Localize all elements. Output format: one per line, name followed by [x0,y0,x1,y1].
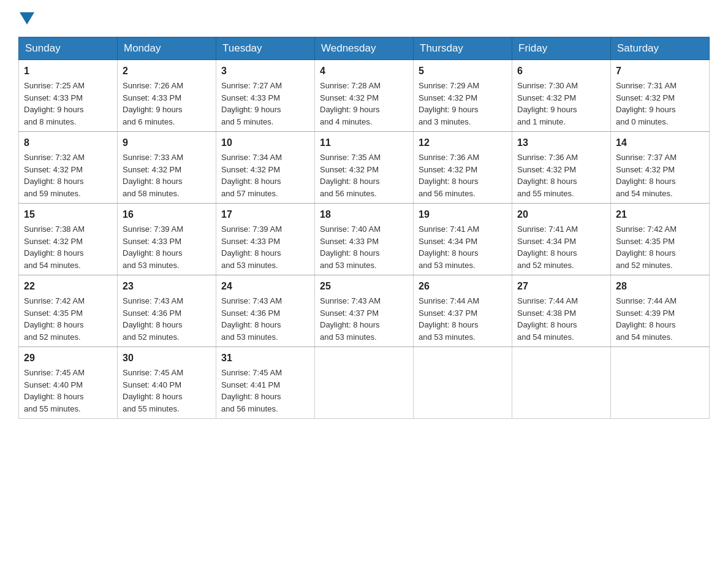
calendar-cell: 14Sunrise: 7:37 AMSunset: 4:32 PMDayligh… [611,132,710,204]
calendar-cell [611,347,710,419]
sunrise-text: Sunrise: 7:43 AMSunset: 4:36 PMDaylight:… [123,296,183,342]
sunrise-text: Sunrise: 7:35 AMSunset: 4:32 PMDaylight:… [320,153,381,198]
day-number: 31 [221,351,309,366]
sunrise-text: Sunrise: 7:45 AMSunset: 4:41 PMDaylight:… [221,368,282,413]
day-number: 28 [616,279,704,294]
calendar-cell: 16Sunrise: 7:39 AMSunset: 4:33 PMDayligh… [118,204,216,275]
day-number: 14 [616,136,704,150]
week-row-3: 15Sunrise: 7:38 AMSunset: 4:32 PMDayligh… [19,204,710,275]
sunrise-text: Sunrise: 7:44 AMSunset: 4:39 PMDaylight:… [616,296,677,342]
calendar-cell [414,347,512,419]
day-number: 29 [24,351,112,366]
sunrise-text: Sunrise: 7:42 AMSunset: 4:35 PMDaylight:… [616,224,677,270]
calendar-cell: 28Sunrise: 7:44 AMSunset: 4:39 PMDayligh… [611,275,710,347]
sunrise-text: Sunrise: 7:40 AMSunset: 4:33 PMDaylight:… [320,224,381,270]
calendar-cell: 17Sunrise: 7:39 AMSunset: 4:33 PMDayligh… [216,204,315,275]
calendar-cell: 29Sunrise: 7:45 AMSunset: 4:40 PMDayligh… [19,347,118,419]
calendar-cell: 24Sunrise: 7:43 AMSunset: 4:36 PMDayligh… [216,275,315,347]
day-number: 24 [221,279,309,294]
sunrise-text: Sunrise: 7:27 AMSunset: 4:33 PMDaylight:… [221,81,282,126]
day-number: 7 [616,64,704,79]
calendar-cell: 6Sunrise: 7:30 AMSunset: 4:32 PMDaylight… [512,60,611,132]
calendar-cell: 11Sunrise: 7:35 AMSunset: 4:32 PMDayligh… [315,132,414,204]
sunrise-text: Sunrise: 7:36 AMSunset: 4:32 PMDaylight:… [419,153,479,198]
sunrise-text: Sunrise: 7:42 AMSunset: 4:35 PMDaylight:… [24,296,85,342]
calendar-cell: 31Sunrise: 7:45 AMSunset: 4:41 PMDayligh… [216,347,315,419]
sunrise-text: Sunrise: 7:44 AMSunset: 4:38 PMDaylight:… [517,296,578,342]
sunrise-text: Sunrise: 7:36 AMSunset: 4:32 PMDaylight:… [517,153,578,198]
sunrise-text: Sunrise: 7:43 AMSunset: 4:37 PMDaylight:… [320,296,381,342]
week-row-2: 8Sunrise: 7:32 AMSunset: 4:32 PMDaylight… [19,132,710,204]
sunrise-text: Sunrise: 7:45 AMSunset: 4:40 PMDaylight:… [24,368,85,413]
day-number: 23 [123,279,211,294]
sunrise-text: Sunrise: 7:28 AMSunset: 4:32 PMDaylight:… [320,81,381,126]
sunrise-text: Sunrise: 7:41 AMSunset: 4:34 PMDaylight:… [517,224,578,270]
day-number: 12 [419,136,507,150]
day-number: 8 [24,136,112,150]
day-number: 2 [123,64,211,79]
sunrise-text: Sunrise: 7:26 AMSunset: 4:33 PMDaylight:… [123,81,183,126]
day-number: 16 [123,207,211,222]
calendar-cell: 23Sunrise: 7:43 AMSunset: 4:36 PMDayligh… [118,275,216,347]
day-number: 5 [419,64,507,79]
sunrise-text: Sunrise: 7:39 AMSunset: 4:33 PMDaylight:… [221,224,282,270]
calendar-cell: 3Sunrise: 7:27 AMSunset: 4:33 PMDaylight… [216,60,315,132]
day-number: 20 [517,207,605,222]
day-number: 13 [517,136,605,150]
day-number: 27 [517,279,605,294]
calendar-cell: 25Sunrise: 7:43 AMSunset: 4:37 PMDayligh… [315,275,414,347]
sunrise-text: Sunrise: 7:41 AMSunset: 4:34 PMDaylight:… [419,224,479,270]
day-number: 10 [221,136,309,150]
header-thursday: Thursday [414,37,512,60]
calendar-cell: 26Sunrise: 7:44 AMSunset: 4:37 PMDayligh… [414,275,512,347]
calendar-cell: 30Sunrise: 7:45 AMSunset: 4:40 PMDayligh… [118,347,216,419]
calendar-cell: 9Sunrise: 7:33 AMSunset: 4:32 PMDaylight… [118,132,216,204]
day-number: 21 [616,207,704,222]
calendar-cell: 27Sunrise: 7:44 AMSunset: 4:38 PMDayligh… [512,275,611,347]
calendar-cell: 12Sunrise: 7:36 AMSunset: 4:32 PMDayligh… [414,132,512,204]
sunrise-text: Sunrise: 7:37 AMSunset: 4:32 PMDaylight:… [616,153,677,198]
calendar-cell: 1Sunrise: 7:25 AMSunset: 4:33 PMDaylight… [19,60,118,132]
header-monday: Monday [118,37,216,60]
calendar-cell: 21Sunrise: 7:42 AMSunset: 4:35 PMDayligh… [611,204,710,275]
day-number: 30 [123,351,211,366]
page-header [18,12,710,25]
day-number: 18 [320,207,408,222]
day-number: 9 [123,136,211,150]
logo [18,12,36,25]
day-number: 3 [221,64,309,79]
day-number: 22 [24,279,112,294]
calendar-cell [315,347,414,419]
day-number: 17 [221,207,309,222]
calendar-header-row: SundayMondayTuesdayWednesdayThursdayFrid… [19,37,710,60]
week-row-5: 29Sunrise: 7:45 AMSunset: 4:40 PMDayligh… [19,347,710,419]
day-number: 26 [419,279,507,294]
day-number: 19 [419,207,507,222]
calendar-table: SundayMondayTuesdayWednesdayThursdayFrid… [18,37,710,419]
day-number: 15 [24,207,112,222]
sunrise-text: Sunrise: 7:30 AMSunset: 4:32 PMDaylight:… [517,81,578,126]
logo-top [18,12,36,25]
calendar-cell: 19Sunrise: 7:41 AMSunset: 4:34 PMDayligh… [414,204,512,275]
sunrise-text: Sunrise: 7:38 AMSunset: 4:32 PMDaylight:… [24,224,85,270]
calendar-cell: 4Sunrise: 7:28 AMSunset: 4:32 PMDaylight… [315,60,414,132]
calendar-cell: 20Sunrise: 7:41 AMSunset: 4:34 PMDayligh… [512,204,611,275]
calendar-cell: 7Sunrise: 7:31 AMSunset: 4:32 PMDaylight… [611,60,710,132]
week-row-4: 22Sunrise: 7:42 AMSunset: 4:35 PMDayligh… [19,275,710,347]
sunrise-text: Sunrise: 7:43 AMSunset: 4:36 PMDaylight:… [221,296,282,342]
calendar-cell [512,347,611,419]
header-wednesday: Wednesday [315,37,414,60]
sunrise-text: Sunrise: 7:44 AMSunset: 4:37 PMDaylight:… [419,296,479,342]
sunrise-text: Sunrise: 7:32 AMSunset: 4:32 PMDaylight:… [24,153,85,198]
header-sunday: Sunday [19,37,118,60]
calendar-cell: 22Sunrise: 7:42 AMSunset: 4:35 PMDayligh… [19,275,118,347]
calendar-cell: 15Sunrise: 7:38 AMSunset: 4:32 PMDayligh… [19,204,118,275]
sunrise-text: Sunrise: 7:39 AMSunset: 4:33 PMDaylight:… [123,224,183,270]
day-number: 25 [320,279,408,294]
day-number: 6 [517,64,605,79]
calendar-cell: 13Sunrise: 7:36 AMSunset: 4:32 PMDayligh… [512,132,611,204]
week-row-1: 1Sunrise: 7:25 AMSunset: 4:33 PMDaylight… [19,60,710,132]
calendar-cell: 10Sunrise: 7:34 AMSunset: 4:32 PMDayligh… [216,132,315,204]
sunrise-text: Sunrise: 7:25 AMSunset: 4:33 PMDaylight:… [24,81,85,126]
header-friday: Friday [512,37,611,60]
